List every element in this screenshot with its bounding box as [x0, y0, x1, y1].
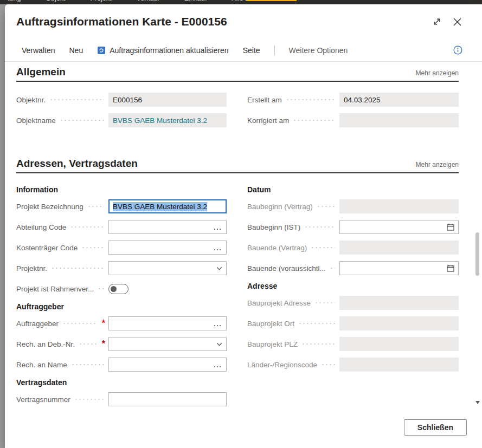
bauende-voraussichtlich-input[interactable]: [339, 261, 459, 275]
field-row: Bauende (voraussichtl...: [247, 261, 459, 275]
objektnr-value: E000156: [113, 96, 142, 104]
dotted-leader: [317, 206, 335, 207]
field-row: Baubeginn (IST): [247, 220, 459, 234]
assist-edit-icon[interactable]: …: [213, 362, 222, 367]
dotted-leader: [321, 364, 335, 365]
field-row: Abteilung Code …: [16, 220, 227, 234]
assist-edit-icon[interactable]: …: [213, 225, 222, 229]
baubeginn-ist-input[interactable]: [339, 220, 459, 234]
group-title-information: Information: [16, 185, 227, 194]
group-title-vertragsdaten: Vertragsdaten: [16, 378, 227, 387]
rech-an-deb-nr-input[interactable]: [108, 337, 227, 351]
vertragsnummer-input[interactable]: [108, 392, 227, 406]
mehr-anzeigen-link[interactable]: Mehr anzeigen: [416, 69, 459, 78]
dialog-title: Auftragsinformationen Karte - E000156: [16, 15, 227, 28]
dotted-leader: [81, 247, 104, 248]
dotted-leader: [314, 302, 335, 303]
erstellt-am-field: 04.03.2025: [339, 93, 459, 107]
objektname-field: BVBS GAEB Musterdatei 3.2: [108, 113, 227, 127]
field-label: Bauprojekt Adresse: [247, 299, 311, 307]
dotted-leader: [74, 399, 104, 400]
projekt-rahmenvertrag-toggle[interactable]: [108, 284, 128, 294]
field-label: Bauende (voraussichtl...: [247, 264, 326, 272]
field-row: Bauprojekt PLZ: [247, 337, 459, 351]
dotted-leader: [304, 226, 335, 228]
group-title-auftraggeber: Auftraggeber: [16, 302, 227, 311]
auftraggeber-input[interactable]: …: [108, 316, 227, 330]
action-auftragsinformationen-aktualisieren[interactable]: Auftragsinformationen aktualisieren: [97, 46, 228, 55]
field-label: Projektnr.: [16, 264, 47, 272]
mehr-anzeigen-link[interactable]: Mehr anzeigen: [416, 161, 459, 170]
field-row: Projektnr.: [16, 261, 227, 275]
toggle-knob: [111, 286, 117, 292]
baubeginn-vertrag-field: [339, 199, 459, 213]
chevron-down-icon[interactable]: [216, 342, 222, 346]
abteilung-code-input[interactable]: …: [108, 220, 227, 234]
group-title-datum: Datum: [247, 185, 459, 194]
section-allgemein: Allgemein Mehr anzeigen Objektnr. E00015…: [16, 66, 459, 134]
bg-menu-item[interactable]: tung: [8, 0, 21, 4]
scrollbar-down-arrow[interactable]: [474, 399, 481, 406]
field-label: Projekt Bezeichnung: [16, 203, 83, 211]
info-icon[interactable]: [453, 46, 462, 55]
projektnr-input[interactable]: [108, 261, 227, 275]
action-weitere-optionen[interactable]: Weitere Optionen: [289, 46, 348, 55]
update-icon: [97, 46, 106, 55]
dotted-leader: [98, 288, 104, 289]
projekt-bezeichnung-input[interactable]: BVBS GAEB Musterdatei 3.2: [108, 199, 227, 213]
bg-menu-item[interactable]: Einkauf: [184, 0, 207, 4]
section-title-adressen: Adressen, Vertragsdaten: [16, 158, 138, 170]
rech-an-name-input[interactable]: …: [108, 358, 227, 372]
field-label: Bauprojekt Ort: [247, 320, 294, 328]
field-row: Korrigiert am: [247, 113, 459, 127]
field-row: Baubeginn (Vertrag): [247, 199, 459, 213]
scrollbar-thumb[interactable]: [475, 232, 479, 276]
field-label: Bauende (Vertrag): [247, 244, 307, 252]
field-label: Kostenträger Code: [16, 244, 78, 252]
field-row: Rech. an Deb.-Nr. *: [16, 337, 227, 351]
down-triangle-icon: [475, 401, 480, 404]
dotted-leader: [71, 364, 104, 365]
bg-menu-item[interactable]: Verkauf: [136, 0, 159, 4]
field-row: Rech. an Name …: [16, 358, 227, 372]
dialog-header: Auftragsinformationen Karte - E000156: [5, 4, 482, 39]
dialog-footer: Schließen: [5, 407, 482, 448]
laender-regionscode-field: [339, 358, 459, 372]
schliessen-button[interactable]: Schließen: [404, 419, 467, 436]
field-label: Rech. an Name: [16, 361, 67, 369]
chevron-down-icon[interactable]: [216, 267, 222, 270]
kostentraeger-code-input[interactable]: …: [108, 241, 227, 255]
field-row: Projekt Bezeichnung BVBS GAEB Musterdate…: [16, 199, 227, 213]
field-row: Auftraggeber * …: [16, 316, 227, 330]
calendar-icon[interactable]: [447, 264, 454, 272]
dialog-scrollbar[interactable]: [473, 62, 482, 407]
objektname-link[interactable]: BVBS GAEB Musterdatei 3.2: [113, 116, 207, 125]
dotted-leader: [70, 226, 104, 228]
assist-edit-icon[interactable]: …: [213, 245, 222, 250]
korrigiert-am-field: [339, 113, 459, 127]
group-title-adresse: Adresse: [247, 282, 459, 290]
field-row: Erstellt am 04.03.2025: [247, 93, 459, 107]
field-label: Auftraggeber: [16, 320, 59, 328]
dialog-content: Allgemein Mehr anzeigen Objektnr. E00015…: [5, 62, 482, 407]
action-verwalten[interactable]: Verwalten: [22, 46, 55, 55]
action-seite[interactable]: Seite: [243, 46, 260, 55]
field-label: Baubeginn (IST): [247, 223, 300, 231]
action-bar: Verwalten Neu Auftragsinformationen aktu…: [5, 39, 482, 62]
dotted-leader: [87, 206, 104, 207]
field-label: Baubeginn (Vertrag): [247, 203, 313, 211]
field-label: Korrigiert am: [247, 116, 289, 125]
close-icon[interactable]: [453, 18, 461, 26]
dotted-leader: [293, 120, 335, 121]
bg-menu-item[interactable]: Objekt: [46, 0, 65, 4]
action-neu[interactable]: Neu: [69, 46, 83, 55]
bauprojekt-plz-field: [339, 337, 459, 351]
erstellt-am-value: 04.03.2025: [344, 96, 381, 104]
assist-edit-icon[interactable]: …: [213, 321, 222, 326]
calendar-icon[interactable]: [447, 223, 454, 231]
dotted-leader: [60, 120, 104, 121]
bg-menu-item[interactable]: Projekt: [90, 0, 111, 4]
expand-icon[interactable]: [433, 17, 441, 26]
field-row: Projekt ist Rahmenver...: [16, 282, 227, 296]
field-label: Rech. an Deb.-Nr.: [16, 340, 75, 348]
